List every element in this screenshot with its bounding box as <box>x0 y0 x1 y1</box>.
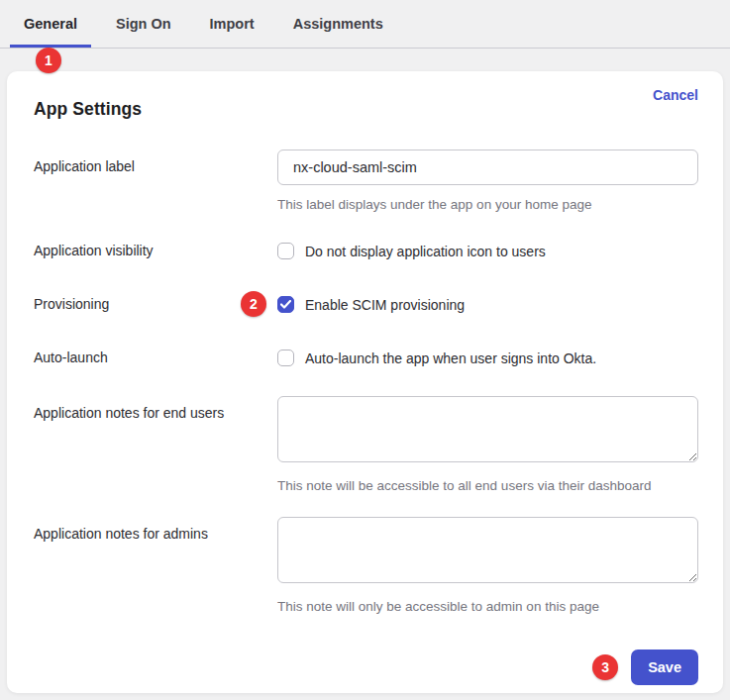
provisioning-row: Provisioning 2 Enable SCIM provisioning <box>34 296 698 313</box>
application-visibility-row: Application visibility Do not display ap… <box>34 243 698 259</box>
checkmark-icon <box>280 300 291 309</box>
tab-general[interactable]: General <box>10 0 91 48</box>
annotation-badge-1: 1 <box>36 48 61 73</box>
auto-launch-row: Auto-launch Auto-launch the app when use… <box>34 350 698 366</box>
application-label-row: Application label This label displays un… <box>34 150 698 212</box>
notes-end-users-help: This note will be accessible to all end … <box>277 478 698 493</box>
auto-launch-checkbox-label: Auto-launch the app when user signs into… <box>305 350 596 366</box>
application-visibility-caption: Application visibility <box>34 243 277 259</box>
application-label-input[interactable] <box>277 150 698 185</box>
page-title: App Settings <box>34 99 142 120</box>
annotation-badge-2: 2 <box>241 291 266 317</box>
card-footer: 3 Save <box>34 650 698 685</box>
enable-scim-provisioning-checkbox[interactable] <box>277 296 294 313</box>
app-settings-card: App Settings Cancel Application label Th… <box>7 71 723 693</box>
annotation-badge-3: 3 <box>592 654 618 680</box>
auto-launch-caption: Auto-launch <box>34 350 277 366</box>
notes-admins-help: This note will only be accessible to adm… <box>277 599 698 614</box>
cancel-link[interactable]: Cancel <box>653 87 698 103</box>
card-header: App Settings Cancel <box>34 87 698 120</box>
notes-end-users-caption: Application notes for end users <box>34 396 277 493</box>
tab-sign-on[interactable]: Sign On <box>102 0 185 48</box>
tab-assignments[interactable]: Assignments <box>279 0 397 48</box>
application-visibility-checkbox[interactable] <box>277 243 294 259</box>
enable-scim-provisioning-label: Enable SCIM provisioning <box>305 297 465 313</box>
notes-admins-caption: Application notes for admins <box>34 517 277 614</box>
notes-end-users-row: Application notes for end users This not… <box>34 396 698 493</box>
notes-admins-textarea[interactable] <box>277 517 698 583</box>
application-visibility-checkbox-label: Do not display application icon to users <box>305 244 546 259</box>
notes-end-users-textarea[interactable] <box>277 396 698 462</box>
app-tab-bar: General Sign On Import Assignments <box>0 0 730 49</box>
application-label-help: This label displays under the app on you… <box>277 197 698 212</box>
save-button[interactable]: Save <box>631 650 698 685</box>
application-label-caption: Application label <box>34 150 277 212</box>
notes-admins-row: Application notes for admins This note w… <box>34 517 698 614</box>
auto-launch-checkbox[interactable] <box>277 350 294 366</box>
tab-import[interactable]: Import <box>196 0 268 48</box>
